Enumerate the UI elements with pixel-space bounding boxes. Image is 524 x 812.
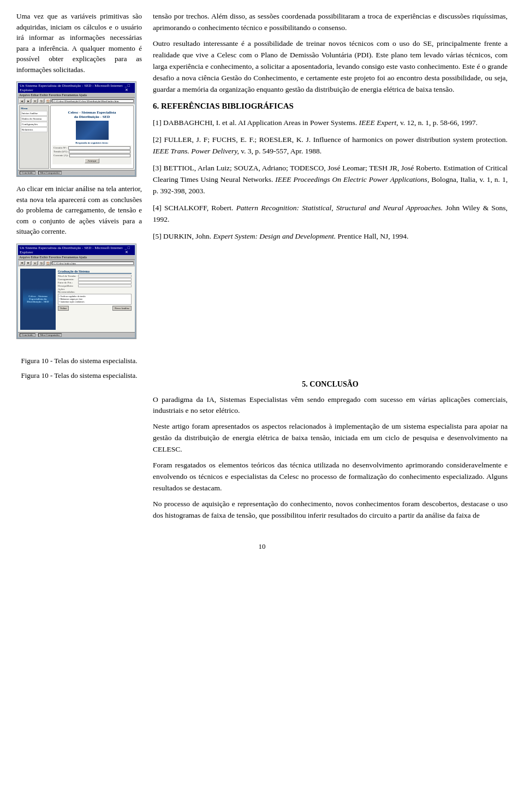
ss1-statusbar: Concluído Meu Computador [18,170,135,175]
ss2-status-done: Concluído [20,333,35,337]
ss1-address-bar[interactable]: C:\Celesc\Distribuição\Celesc\Distribuiç… [52,99,134,103]
left-column: Uma vez que as variáveis primitivas são … [16,11,142,346]
ss2-field-label-5: Ações Recomendadas: [58,288,77,293]
ss1-main-area: Celesc - Sistemas Especialistada Distrib… [50,105,134,169]
ref-heading: 6. REFERÊNCIAS BIBLIOGRÁFICAS [153,102,508,111]
ss2-field-label-2: Carregamento: [58,278,77,281]
section5-col: 5. CONCLUSÃO O paradigma da IA, Sistemas… [153,371,508,526]
ss1-content: Menu Iniciar Análise Dados do Sistema Co… [18,104,135,170]
ss1-status-local: Meu Computador [38,171,62,175]
left-para-1: Uma vez que as variáveis primitivas são … [16,11,142,75]
ss2-body: Celesc - SistemaEspecialista daDistribui… [19,268,134,331]
ss2-main-image: Celesc - SistemaEspecialista daDistribui… [23,288,53,310]
ss2-back-btn[interactable]: ◄ [19,261,25,265]
ss2-row-4: Desequilíbrio: [58,285,132,287]
ss2-nova-btn[interactable]: Nova Análise [112,306,132,311]
ss1-form-row-3: Corrente (A): [53,154,130,157]
right-column: tensão por trechos. Além disso, as sessõ… [153,11,508,346]
ref-entry-2: [2] FULLER, J. F; FUCHS, E. F.; ROESLER,… [153,134,508,157]
ss2-title-text: Un Sistema Especialista da Distribuição … [20,246,125,254]
ss1-image [76,121,109,140]
ss1-sidebar: Menu Iniciar Análise Dados do Sistema Co… [19,105,49,169]
ss2-field-value-2 [78,278,132,281]
section5-para-3: Foram resgatados os elementos teóricos d… [153,460,508,494]
page-number: 10 [16,542,508,551]
section5-heading: 5. CONCLUSÃO [153,380,508,389]
ss1-controls: _ □ ✕ [125,84,133,92]
ss2-voltar-btn[interactable]: Voltar [58,306,69,311]
conclusion-layout: Figura 10 - Telas do sistema especialist… [16,371,508,526]
figure-caption-text: Figura 10 - Telas do sistema especialist… [21,371,138,380]
ss2-right-panel: Graduação do Sistema Nível de Tensão: Ca… [57,269,133,330]
ss1-sidebar-title: Menu [21,107,47,110]
ss1-menu-item-4[interactable]: Relatórios [21,127,47,132]
section5-area [153,351,508,374]
ss1-toolbar: ◄ ► ✕ ↻ 🏠 C:\Celesc\Distribuição\Celesc\… [18,98,135,104]
ss2-field-value-4 [78,285,132,287]
ss2-toolbar: ◄ ► ✕ ↻ 🏠 C:\Celesc\index.htm [18,260,135,266]
ss1-subtitle: Responda às seguintes itens: [75,141,108,144]
ss2-section-title: Graduação do Sistema [58,270,132,274]
ss2-field-label-4: Desequilíbrio: [58,285,77,287]
ss1-label-1: Circuito N°: [53,146,67,149]
ss1-stop-btn[interactable]: ✕ [32,99,38,103]
ss2-field-value-1 [78,275,132,277]
right-top-para-2: Outro resultado interessante é a possibi… [153,38,508,96]
ss2-address-bar[interactable]: C:\Celesc\index.htm [52,262,134,265]
ss2-action-3: • Aumentar seção condutores [59,300,130,303]
ss2-forward-btn[interactable]: ► [26,261,31,265]
ss2-row-2: Carregamento: [58,278,132,281]
ss1-home-btn[interactable]: 🏠 [45,99,51,103]
ss2-field-label-3: Fator de Pot.: [58,281,77,284]
ss2-row-5: Ações Recomendadas: [58,288,132,293]
ss1-menu-item-3[interactable]: Configurações [21,122,47,127]
ss2-stop-btn[interactable]: ✕ [32,261,38,265]
ref-entry-1: [1] DABBAGHCHI, I. et al. AI Application… [153,117,508,129]
ss1-label-3: Corrente (A): [53,154,68,157]
ss2-row-3: Fator de Pot.: [58,281,132,284]
screenshot-1: Un Sistema Especialista de Distribuição … [16,81,136,177]
ss2-statusbar: Concluído Meu Computador [18,332,135,337]
ss2-status-local: Meu Computador [38,333,62,337]
ss2-left-panel: Celesc - SistemaEspecialista daDistribui… [20,269,56,330]
section5-para-1: O paradigma da IA, Sistemas Especialista… [153,394,508,417]
ss1-title-text: Un Sistema Especialista de Distribuição … [20,84,125,92]
ss1-titlebar: Un Sistema Especialista de Distribuição … [18,83,135,93]
ss2-image-label: Celesc - SistemaEspecialista daDistribui… [27,295,49,303]
ss1-form: Circuito N°: Tensão (kV): Corrente (A): [52,145,132,164]
ss2-controls: _ □ ✕ [125,246,133,254]
right-top-para-1: tensão por trechos. Além disso, as sessõ… [153,11,508,34]
ss1-input-2[interactable] [69,150,130,153]
ss2-btn-area: Voltar Nova Análise [58,306,132,311]
ss1-input-3[interactable] [69,154,130,157]
ss1-form-row-2: Tensão (kV): [53,150,130,153]
ss2-actions-area: • Verificar regulador de tensão • Balanc… [58,294,132,305]
ref-entry-4: [4] SCHALKOFF, Robert. Pattern Recogniti… [153,203,508,226]
ss2-refresh-btn[interactable]: ↻ [39,261,44,265]
ss1-forward-btn[interactable]: ► [26,99,31,103]
ss1-back-btn[interactable]: ◄ [19,99,25,103]
ss1-menu-item-1[interactable]: Iniciar Análise [21,111,47,116]
ss1-menubar: Arquivo Editar Exibir Favoritos Ferramen… [18,93,135,98]
ss2-home-btn[interactable]: 🏠 [45,261,51,265]
ref-entry-3: [3] BETTIOL, Arlan Luiz; SOUZA, Adriano;… [153,163,508,197]
ss2-row-1: Nível de Tensão: [58,275,132,277]
ss1-label-2: Tensão (kV): [53,150,68,153]
ss1-form-row-1: Circuito N°: [53,146,130,150]
ss2-field-label-1: Nível de Tensão: [58,275,77,277]
ss1-submit-btn[interactable]: Avançar [85,158,99,163]
ss2-menubar: Arquivo Editar Exibir Favoritos Ferramen… [18,255,135,260]
references-section: 6. REFERÊNCIAS BIBLIOGRÁFICAS [1] DABBAG… [153,102,508,242]
ss1-menu-item-2[interactable]: Dados do Sistema [21,116,47,121]
figure-and-section5: Figura 10 - Telas do sistema especialist… [16,351,508,374]
ss1-submit-area: Avançar [53,158,130,163]
ss1-refresh-btn[interactable]: ↻ [39,99,44,103]
screenshot-2: Un Sistema Especialista da Distribuição … [16,244,136,339]
section5-para-2: Neste artigo foram apresentados os aspec… [153,421,508,455]
section5-para-4: No processo de aquisição e representação… [153,499,508,521]
ss2-titlebar: Un Sistema Especialista da Distribuição … [18,245,135,255]
ss1-input-1[interactable] [68,146,130,150]
left-para-2: Ao clicar em iniciar análise na tela ant… [16,183,142,237]
ss1-page-title: Celesc - Sistemas Especialistada Distrib… [68,110,116,119]
ss2-field-value-3 [78,281,132,284]
